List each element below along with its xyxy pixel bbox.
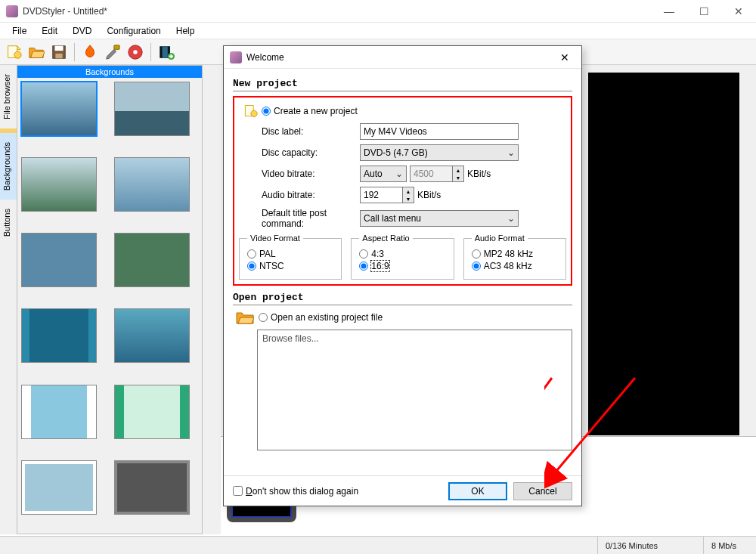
menubar: File Edit DVD Configuration Help <box>0 23 756 39</box>
status-minutes: 0/136 Minutes <box>597 537 673 554</box>
svg-rect-4 <box>55 45 64 50</box>
new-project-section: Create a new project Disc label: Disc ca… <box>233 96 572 286</box>
welcome-dialog: Welcome ✕ New project Create a new proje… <box>223 45 582 506</box>
open-icon[interactable] <box>26 42 47 63</box>
bg-thumb[interactable] <box>115 234 189 286</box>
video-bitrate-label: Video bitrate: <box>239 169 360 179</box>
cancel-button[interactable]: Cancel <box>513 482 572 500</box>
bg-thumb[interactable] <box>115 461 189 514</box>
bg-thumb[interactable] <box>22 158 96 211</box>
backgrounds-grid[interactable] <box>17 78 202 534</box>
menu-edit[interactable]: Edit <box>34 24 65 38</box>
bg-thumb[interactable] <box>22 385 96 438</box>
audio-format-group: Audio Format MP2 48 kHz AC3 48 kHz <box>463 234 566 280</box>
open-folder-icon <box>236 310 254 325</box>
post-command-label: Default title post command: <box>239 208 360 229</box>
ac3-radio[interactable]: AC3 48 kHz <box>472 261 558 271</box>
open-project-heading: Open project <box>233 292 572 303</box>
bg-thumb[interactable] <box>115 158 189 211</box>
svg-point-2 <box>14 51 21 58</box>
dialog-titlebar: Welcome ✕ <box>224 46 581 69</box>
save-icon[interactable] <box>48 42 70 63</box>
disc-label-input[interactable] <box>360 123 519 140</box>
disc-label-label: Disc label: <box>239 126 360 137</box>
menu-dvd[interactable]: DVD <box>65 24 99 38</box>
new-project-heading: New project <box>233 78 572 89</box>
tab-buttons[interactable]: Buttons <box>0 200 17 246</box>
tab-file-browser[interactable]: File browser <box>0 65 17 128</box>
dont-show-checkbox[interactable]: Don't show this dialog again <box>233 486 358 497</box>
backgrounds-panel: Backgrounds <box>17 65 203 534</box>
window-title: DVDStyler - Untitled* <box>23 6 652 17</box>
disc-icon[interactable] <box>125 42 146 63</box>
tab-backgrounds[interactable]: Backgrounds <box>0 133 17 200</box>
svg-rect-5 <box>55 53 62 57</box>
bg-thumb[interactable] <box>115 82 189 135</box>
side-tabs: File browser Backgrounds Buttons <box>0 65 17 534</box>
create-project-radio[interactable]: Create a new project <box>262 106 358 116</box>
window-titlebar: DVDStyler - Untitled* — ☐ ✕ <box>0 0 756 23</box>
dialog-close-button[interactable]: ✕ <box>554 51 575 63</box>
maximize-button[interactable]: ☐ <box>686 0 721 23</box>
status-bitrate: 8 Mb/s <box>703 537 748 554</box>
svg-point-14 <box>251 110 257 116</box>
bg-thumb[interactable] <box>115 309 189 362</box>
settings-icon[interactable] <box>102 42 123 63</box>
pal-radio[interactable]: PAL <box>247 249 333 259</box>
video-bitrate-mode-select[interactable]: Auto <box>360 166 407 182</box>
backgrounds-header: Backgrounds <box>17 66 202 78</box>
new-project-icon[interactable] <box>3 42 24 63</box>
statusbar: 0/136 Minutes 8 Mb/s <box>0 536 756 554</box>
post-command-select[interactable]: Call last menu <box>360 210 519 227</box>
bg-thumb[interactable] <box>22 461 96 514</box>
bg-thumb[interactable] <box>22 82 96 135</box>
video-bitrate-spinner[interactable]: ▲▼ <box>410 166 464 182</box>
bg-thumb[interactable] <box>115 385 189 438</box>
bg-thumb[interactable] <box>22 309 96 362</box>
audio-bitrate-spinner[interactable]: ▲▼ <box>360 187 414 203</box>
video-bitrate-unit: KBit/s <box>467 169 491 179</box>
burn-icon[interactable] <box>79 42 101 63</box>
dialog-app-icon <box>230 51 242 63</box>
svg-rect-6 <box>114 45 119 49</box>
browse-files-list[interactable]: Browse files... <box>257 330 572 450</box>
new-project-icon-small <box>239 104 262 119</box>
audio-bitrate-label: Audio bitrate: <box>239 190 360 200</box>
app-icon <box>6 5 18 17</box>
add-clip-icon[interactable] <box>156 42 177 63</box>
bg-thumb[interactable] <box>22 234 96 286</box>
audio-bitrate-unit: KBit/s <box>417 190 441 200</box>
aspect-ratio-group: Aspect Ratio 4:3 16:9 <box>351 234 454 280</box>
ok-button[interactable]: OK <box>448 482 507 500</box>
open-project-radio[interactable]: Open an existing project file <box>259 312 383 323</box>
svg-rect-10 <box>160 46 163 57</box>
menu-file[interactable]: File <box>5 24 34 38</box>
menu-configuration[interactable]: Configuration <box>99 24 168 38</box>
disc-capacity-label: Disc capacity: <box>239 147 360 158</box>
ntsc-radio[interactable]: NTSC <box>247 261 333 271</box>
mp2-radio[interactable]: MP2 48 kHz <box>472 249 558 259</box>
ratio-43-radio[interactable]: 4:3 <box>359 249 445 259</box>
close-button[interactable]: ✕ <box>721 0 756 23</box>
preview-canvas <box>588 73 739 435</box>
dialog-title: Welcome <box>246 52 554 63</box>
disc-capacity-select[interactable]: DVD-5 (4.7 GB) <box>360 144 519 161</box>
svg-marker-1 <box>17 45 21 49</box>
ratio-169-radio[interactable]: 16:9 <box>359 261 445 271</box>
svg-point-8 <box>133 50 138 54</box>
menu-help[interactable]: Help <box>169 24 203 38</box>
video-format-group: Video Format PAL NTSC <box>239 234 342 280</box>
minimize-button[interactable]: — <box>652 0 686 23</box>
